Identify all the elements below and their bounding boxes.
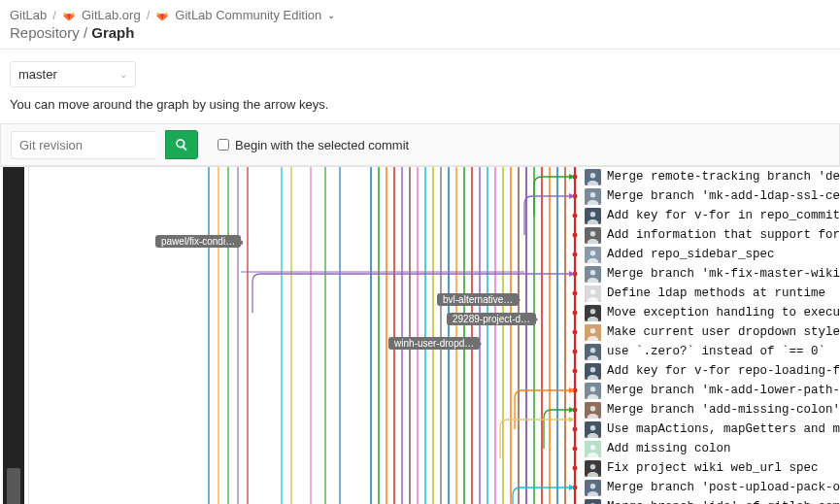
avatar [585,227,601,244]
avatar [585,402,601,419]
avatar [585,460,601,477]
breadcrumb-separator: / [52,8,56,22]
avatar [585,305,601,321]
svg-point-40 [573,233,578,238]
commit-message: Added repo_sidebar_spec [607,248,775,261]
begin-with-commit-checkbox[interactable] [218,139,229,151]
avatar [585,266,601,283]
svg-point-92 [590,309,595,314]
breadcrumb-root[interactable]: GitLab [10,8,47,22]
commit-message: Add missing colon [607,442,731,455]
commit-graph-canvas [29,167,583,504]
graph-scrollbar-track[interactable] [0,167,29,504]
breadcrumb: GitLab / GitLab.org / GitLab Community E… [0,0,840,24]
commit-row[interactable]: Add missing colon [583,439,840,458]
avatar [585,441,601,457]
svg-point-106 [590,445,595,450]
svg-point-39 [573,214,578,218]
commit-row[interactable]: Use mapActions, mapGetters and mapMut [583,420,840,439]
commit-row[interactable]: Merge remote-tracking branch 'dev/mas [583,167,840,186]
avatar [585,188,601,205]
svg-point-108 [590,464,595,469]
svg-point-43 [573,291,578,296]
commit-message: Add key for v-for repo-loading-file i [607,364,840,378]
commit-message: Move exception handling to execute [607,306,840,319]
chevron-down-icon[interactable]: ⌄ [327,10,335,20]
commit-message: Merge branch 'mk-add-lower-path-index [607,384,840,397]
page-name: Graph [91,24,134,41]
branch-dropdown-label: master [18,67,57,82]
commit-row[interactable]: Add key for v-for repo-loading-file i [583,361,840,381]
branch-dropdown[interactable]: master ⌄ [10,61,136,87]
svg-point-52 [573,466,578,471]
commit-row[interactable]: Define ldap methods at runtime [583,284,840,303]
breadcrumb-project[interactable]: GitLab Community Edition [175,8,321,22]
commit-row[interactable]: Make current user dropdown style cons [583,322,840,342]
commit-message: Merge branch 'ide' of gitlab.com:gitl [607,500,840,504]
network-graph[interactable]: pawel/fix-condi…bvl-alternative…29289-pr… [0,166,840,504]
svg-point-88 [590,270,595,275]
commit-message: Make current user dropdown style cons [607,325,840,339]
svg-point-82 [590,212,595,217]
avatar [585,421,601,438]
avatar [585,363,601,380]
avatar [585,383,601,399]
commit-row[interactable]: Fix project wiki web_url spec [583,458,840,478]
avatar [585,324,601,341]
svg-point-44 [573,311,578,316]
commit-message: Add information that support for prom [607,228,840,242]
breadcrumb-org[interactable]: GitLab.org [82,8,141,22]
svg-point-86 [590,251,595,255]
branch-ref-tag[interactable]: 29289-project-d… [447,313,536,325]
commit-row[interactable]: Merge branch 'mk-add-lower-path-index [583,381,840,400]
git-revision-input[interactable] [11,131,156,159]
commit-message: Merge branch 'mk-fix-master-wiki-web- [607,267,840,281]
graph-hint-text: You can move around the graph by using t… [0,87,840,123]
commit-row[interactable]: Merge branch 'mk-add-ldap-ssl-certifi [583,186,840,206]
branch-ref-tag[interactable]: bvl-alternative… [437,293,519,306]
avatar [585,344,601,360]
commit-message: Use mapActions, mapGetters and mapMut [607,422,840,436]
commit-message: use `.zero?` instead of `== 0` [607,345,825,358]
commit-row[interactable]: Merge branch 'add-missing-colon' into [583,400,840,420]
gitlab-logo-icon [62,9,76,22]
commit-message: Merge branch 'mk-add-ldap-ssl-certifi [607,189,840,203]
commit-row[interactable]: Merge branch 'post-upload-pack-opt-ou [583,478,840,497]
commit-row[interactable]: Add key for v-for in repo_commit_sect [583,206,840,225]
avatar [585,169,601,185]
branch-ref-tag[interactable]: pawel/fix-condi… [155,235,241,248]
svg-point-84 [590,231,595,236]
commit-message: Merge branch 'post-upload-pack-opt-ou [607,481,840,494]
header-divider [0,49,840,50]
branch-ref-tag[interactable]: winh-user-dropd… [388,337,480,350]
svg-point-104 [590,425,595,430]
graph-scrollbar-thumb[interactable] [7,468,20,504]
page-title: Repository / Graph [0,24,840,49]
begin-with-commit-checkbox-label[interactable]: Begin with the selected commit [218,138,409,152]
svg-point-110 [590,484,595,488]
avatar [585,208,601,224]
svg-point-94 [590,328,595,333]
svg-point-96 [590,348,595,353]
commit-row[interactable]: Added repo_sidebar_spec [583,245,840,264]
breadcrumb-separator: / [147,8,151,22]
commit-row[interactable]: Merge branch 'mk-fix-master-wiki-web- [583,264,840,284]
avatar [585,247,601,263]
commit-row[interactable]: Add information that support for prom [583,225,840,245]
svg-point-80 [590,192,595,197]
commit-row[interactable]: Move exception handling to execute [583,303,840,322]
commit-list: Merge remote-tracking branch 'dev/masMer… [583,167,840,504]
search-button[interactable] [165,130,198,159]
svg-point-41 [573,252,578,257]
avatar [585,286,601,302]
commit-row[interactable]: Merge branch 'ide' of gitlab.com:gitl [583,497,840,504]
svg-point-98 [590,367,595,372]
chevron-down-icon: ⌄ [119,69,127,80]
commit-message: Merge branch 'add-missing-colon' into [607,403,840,417]
commit-message: Merge remote-tracking branch 'dev/mas [607,170,840,184]
avatar [585,499,601,505]
section-name: Repository [10,24,80,41]
commit-message: Fix project wiki web_url spec [607,461,819,475]
svg-point-100 [590,386,595,391]
commit-row[interactable]: use `.zero?` instead of `== 0` [583,342,840,361]
